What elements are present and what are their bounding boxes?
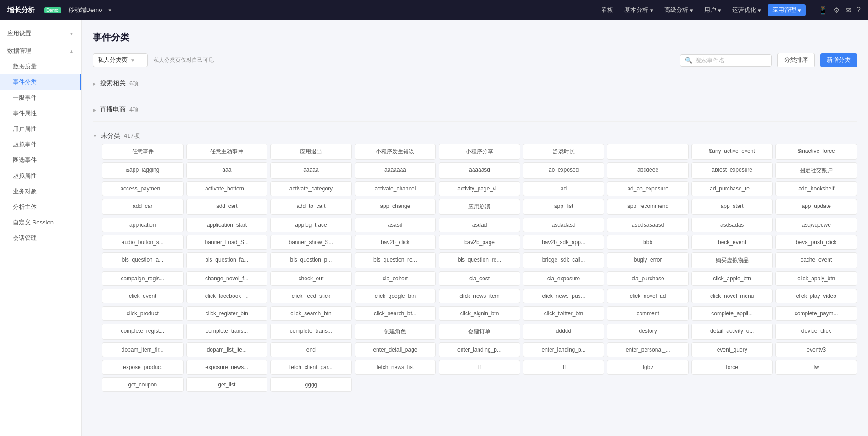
new-category-button[interactable]: 新增分类 [820,53,857,67]
tag-item[interactable]: application_start [186,218,268,232]
tag-item[interactable]: applog_trace [270,218,352,232]
sidebar-item-business-objects[interactable]: 业务对象 [0,184,81,199]
tag-item[interactable]: enter_landing_p... [523,342,605,357]
tag-item[interactable]: click_search_btn [270,306,352,321]
tag-item[interactable]: $any_active_event [691,144,773,160]
tag-item[interactable]: bls_question_p... [270,252,352,268]
tag-item[interactable]: cia_cohort [355,271,436,286]
tag-item[interactable]: 游戏时长 [523,144,605,160]
tag-item[interactable]: add_bookshelf [775,181,857,196]
sidebar-item-circle-events[interactable]: 圈选事件 [0,152,81,168]
mobile-icon[interactable]: 📱 [818,6,828,15]
sidebar-item-analysis-subject[interactable]: 分析主体 [0,199,81,215]
tag-item[interactable]: bav2b_page [439,235,520,250]
tag-item[interactable]: detail_activity_o... [691,324,773,340]
tag-item[interactable]: bbb [607,235,689,250]
tag-item[interactable]: abcdeee [607,162,689,179]
tag-item[interactable]: 捆定社交账户 [775,162,857,179]
tag-item[interactable]: beva_push_click [775,235,857,250]
tag-item[interactable]: 小程序分享 [439,144,520,160]
tag-item[interactable]: enter_landing_p... [439,342,520,357]
tag-item[interactable]: add_to_cart [270,199,352,215]
tag-item[interactable]: 购买虚拟物品 [691,252,773,268]
tag-item[interactable]: fff [523,360,605,375]
tag-item[interactable]: cache_event [775,252,857,268]
tag-item[interactable]: click_search_bt... [355,306,436,321]
tag-item[interactable]: 小程序发生错误 [355,144,436,160]
tag-item[interactable]: app_start [691,199,773,215]
tag-item[interactable]: click_register_btn [186,306,268,321]
tag-item[interactable]: click_novel_menu [691,289,773,303]
tag-item[interactable]: bav2b_click [355,235,436,250]
sidebar-section-header-data-management[interactable]: 数据管理 ▲ [0,43,81,59]
tag-item[interactable]: fw [775,360,857,375]
tag-item[interactable]: bridge_sdk_call... [523,252,605,268]
app-dropdown-arrow[interactable]: ▼ [107,8,112,13]
sidebar-item-event-category[interactable]: 事件分类 [0,74,81,90]
tag-item[interactable]: ff [439,360,520,375]
category-type-select[interactable]: 私人分类页 ▼ [93,53,148,67]
tag-item[interactable]: gggg [270,377,352,392]
nav-item-app-management[interactable]: 应用管理 ▾ [768,4,806,16]
tag-item[interactable]: access_paymen... [102,181,184,196]
tag-item[interactable]: complete_regist... [102,324,184,340]
sidebar-item-virtual-events[interactable]: 虚拟事件 [0,137,81,152]
tag-item[interactable]: destory [607,324,689,340]
tag-item[interactable]: bugly_error [607,252,689,268]
tag-item[interactable]: enter_personal_... [607,342,689,357]
tag-item[interactable]: change_novel_f... [186,271,268,286]
tag-item[interactable]: bls_question_fa... [186,252,268,268]
category-header-ecommerce[interactable]: ▶ 直播电商 4项 [93,101,857,117]
tag-item[interactable]: cia_cost [439,271,520,286]
tag-item[interactable]: asqwqeqwe [775,218,857,232]
tag-item[interactable]: fetch_news_list [355,360,436,375]
tag-item[interactable]: activate_bottom... [186,181,268,196]
tag-item[interactable]: audio_button_s... [102,235,184,250]
tag-item[interactable]: device_click [775,324,857,340]
sidebar-item-custom-session[interactable]: 自定义 Session [0,215,81,230]
tag-item[interactable]: add_car [102,199,184,215]
sidebar-item-session-management[interactable]: 会话管理 [0,230,81,246]
mail-icon[interactable]: ✉ [845,6,851,15]
tag-item[interactable]: app_update [775,199,857,215]
sidebar-item-event-attributes[interactable]: 事件属性 [0,106,81,121]
tag-item[interactable]: click_play_video [775,289,857,303]
nav-item-users[interactable]: 用户 ▾ [700,4,726,16]
tag-item[interactable]: complete_trans... [186,324,268,340]
tag-item[interactable]: activate_channel [355,181,436,196]
tag-item[interactable]: click_google_btn [355,289,436,303]
search-input[interactable] [695,57,767,64]
tag-item[interactable]: event_query [691,342,773,357]
tag-item[interactable]: campaign_regis... [102,271,184,286]
tag-item[interactable]: eventv3 [775,342,857,357]
tag-item[interactable]: comment [607,306,689,321]
tag-item[interactable]: app_change [355,199,436,215]
tag-item[interactable]: enter_detail_page [355,342,436,357]
tag-item[interactable]: abtest_exposure [691,162,773,179]
tag-item[interactable]: $inactive_force [775,144,857,160]
tag-item[interactable]: 创建角色 [355,324,436,340]
tag-item[interactable]: dopam_list_lte... [186,342,268,357]
tag-item[interactable]: asasd [355,218,436,232]
tag-item[interactable]: ab_exposed [523,162,605,179]
tag-item[interactable]: bls_question_a... [102,252,184,268]
tag-item[interactable]: 应用崩溃 [439,199,520,215]
tag-item[interactable]: aaaaasd [439,162,520,179]
tag-item[interactable]: click_feed_stick [270,289,352,303]
tag-item[interactable]: dopam_item_fir... [102,342,184,357]
tag-item[interactable]: ad_ab_exposure [607,181,689,196]
tag-item[interactable]: exposure_news... [186,360,268,375]
nav-item-basic-analysis[interactable]: 基本分析 ▾ [620,4,658,16]
tag-item[interactable]: click_facebook_... [186,289,268,303]
tag-item[interactable]: asdadasd [523,218,605,232]
tag-item[interactable]: click_news_item [439,289,520,303]
tag-item[interactable]: end [270,342,352,357]
category-header-search[interactable]: ▶ 搜索相关 6项 [93,75,857,91]
sidebar-item-general-events[interactable]: 一般事件 [0,90,81,106]
category-header-uncategorized[interactable]: ▼ 未分类 417项 [93,127,857,144]
tag-item[interactable]: asdad [439,218,520,232]
tag-item[interactable]: aaa [186,162,268,179]
sidebar-item-user-attributes[interactable]: 用户属性 [0,121,81,137]
tag-item[interactable]: click_product [102,306,184,321]
tag-item[interactable]: complete_paym... [775,306,857,321]
